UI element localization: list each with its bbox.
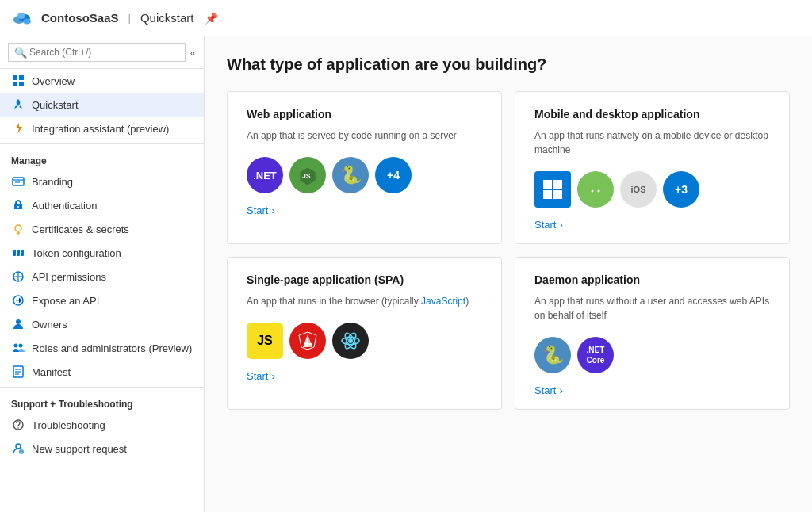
- angular-icon: [289, 323, 326, 359]
- svg-point-2: [17, 13, 25, 19]
- windows-icon: [534, 171, 571, 208]
- sidebar-item-authentication[interactable]: Authentication: [0, 193, 204, 217]
- manifest-icon: [11, 365, 25, 379]
- sidebar-item-manifest[interactable]: Manifest: [0, 360, 204, 384]
- sidebar-item-branding-label: Branding: [32, 176, 73, 188]
- sidebar-item-overview-label: Overview: [32, 75, 75, 87]
- spark-icon: [11, 121, 25, 136]
- resource-name: ContosoSaaS: [41, 11, 119, 25]
- sidebar-item-token[interactable]: Token configuration: [0, 241, 204, 265]
- auth-icon: [11, 198, 25, 212]
- svg-rect-37: [588, 188, 603, 196]
- svg-rect-14: [13, 250, 16, 256]
- app-header: ContosoSaaS | Quickstart 📌: [0, 0, 812, 36]
- sidebar-item-api-permissions-label: API permissions: [32, 271, 106, 283]
- card-mobile-icons: iOS +3: [534, 171, 770, 208]
- card-spa-icons: JS: [247, 323, 482, 359]
- sidebar-item-troubleshooting[interactable]: Troubleshooting: [0, 413, 204, 437]
- plus4-icon: +4: [375, 157, 412, 193]
- sidebar-item-integration[interactable]: Integration assistant (preview): [0, 117, 204, 140]
- svg-text:+: +: [21, 449, 23, 454]
- plus3-icon: +3: [663, 171, 699, 208]
- react-icon: [332, 323, 369, 359]
- sidebar-item-token-label: Token configuration: [32, 247, 121, 259]
- card-mobile-title: Mobile and desktop application: [534, 108, 770, 120]
- python-icon: 🐍: [332, 157, 369, 193]
- sidebar-item-certificates[interactable]: Certificates & secrets: [0, 217, 204, 241]
- svg-point-3: [23, 18, 31, 24]
- card-daemon-title: Daemon application: [534, 273, 770, 286]
- dotnet-icon: .NET: [247, 157, 283, 193]
- card-web-app-icons: .NET JS 🐍 +4: [247, 157, 482, 193]
- card-daemon-start[interactable]: Start ›: [534, 384, 770, 396]
- card-daemon-icons: 🐍 .NETCore: [534, 337, 770, 373]
- sidebar-item-owners-label: Owners: [32, 319, 67, 331]
- sidebar-item-manifest-label: Manifest: [32, 366, 71, 378]
- svg-point-46: [348, 338, 353, 343]
- card-mobile-start[interactable]: Start ›: [534, 219, 770, 231]
- expose-icon: [11, 293, 25, 308]
- grid-icon: [11, 74, 25, 88]
- manage-divider: [0, 143, 204, 144]
- svg-point-20: [14, 344, 18, 348]
- support-divider: [0, 387, 204, 388]
- collapse-icon[interactable]: «: [190, 47, 196, 59]
- python-daemon-icon: 🐍: [534, 337, 571, 373]
- sidebar-item-quickstart-label: Quickstart: [32, 99, 79, 111]
- roles-icon: [11, 341, 25, 355]
- support-section-label: Support + Troubleshooting: [0, 391, 204, 413]
- search-input[interactable]: [8, 43, 186, 62]
- sidebar-item-branding[interactable]: Branding: [0, 170, 204, 193]
- sidebar-item-roles[interactable]: Roles and administrators (Preview): [0, 336, 204, 360]
- card-spa-title: Single-page application (SPA): [247, 273, 482, 286]
- sidebar-item-certificates-label: Certificates & secrets: [32, 224, 129, 235]
- app-type-cards-grid: Web application An app that is served by…: [227, 91, 790, 410]
- svg-point-28: [16, 444, 21, 449]
- sidebar-item-support-label: New support request: [32, 443, 127, 455]
- main-content: What type of application are you buildin…: [205, 36, 812, 512]
- svg-rect-34: [543, 190, 552, 199]
- svg-rect-7: [19, 82, 24, 86]
- sidebar-item-expose-api-label: Expose an API: [32, 295, 99, 307]
- sidebar-item-troubleshooting-label: Troubleshooting: [32, 419, 105, 431]
- sidebar-item-integration-label: Integration assistant (preview): [32, 123, 169, 135]
- svg-rect-16: [21, 250, 24, 256]
- svg-rect-4: [13, 75, 17, 80]
- start-arrow-web: ›: [271, 204, 274, 216]
- sidebar: 🔍 « Overview Quickstart Integration assi…: [0, 36, 205, 512]
- ios-icon: iOS: [620, 171, 657, 208]
- svg-point-21: [19, 344, 23, 348]
- card-web-app: Web application An app that is served by…: [227, 91, 502, 244]
- card-web-app-start[interactable]: Start ›: [247, 204, 482, 216]
- card-mobile-desc: An app that runs natively on a mobile de…: [534, 128, 770, 157]
- svg-point-38: [592, 190, 594, 193]
- card-daemon: Daemon application An app that runs with…: [515, 257, 790, 410]
- branding-icon: [11, 174, 25, 189]
- troubleshoot-icon: [11, 418, 25, 432]
- main-title: What type of application are you buildin…: [227, 55, 790, 74]
- svg-point-39: [598, 190, 600, 193]
- cert-icon: [11, 222, 25, 236]
- card-web-app-desc: An app that is served by code running on…: [247, 128, 482, 143]
- svg-rect-5: [19, 75, 24, 80]
- app-logo: [10, 6, 35, 31]
- card-mobile-desktop: Mobile and desktop application An app th…: [515, 91, 790, 244]
- sidebar-item-support[interactable]: + New support request: [0, 437, 204, 460]
- sidebar-item-overview[interactable]: Overview: [0, 69, 204, 93]
- start-arrow-spa: ›: [271, 370, 274, 382]
- sidebar-item-owners[interactable]: Owners: [0, 312, 204, 336]
- svg-text:JS: JS: [302, 172, 311, 180]
- token-icon: [11, 246, 25, 260]
- svg-rect-35: [553, 190, 562, 199]
- sidebar-item-quickstart[interactable]: Quickstart: [0, 93, 204, 117]
- card-spa-start[interactable]: Start ›: [247, 370, 482, 382]
- sidebar-search-container: 🔍 «: [0, 36, 204, 69]
- sidebar-item-expose-api[interactable]: Expose an API: [0, 288, 204, 312]
- header-separator: |: [128, 12, 131, 24]
- dotnetcore-icon: .NETCore: [577, 337, 614, 373]
- pin-icon[interactable]: 📌: [205, 12, 218, 25]
- sidebar-item-api-permissions[interactable]: API permissions: [0, 265, 204, 288]
- svg-point-27: [17, 427, 19, 429]
- manage-section-label: Manage: [0, 147, 204, 170]
- card-spa-desc: An app that runs in the browser (typical…: [247, 294, 482, 308]
